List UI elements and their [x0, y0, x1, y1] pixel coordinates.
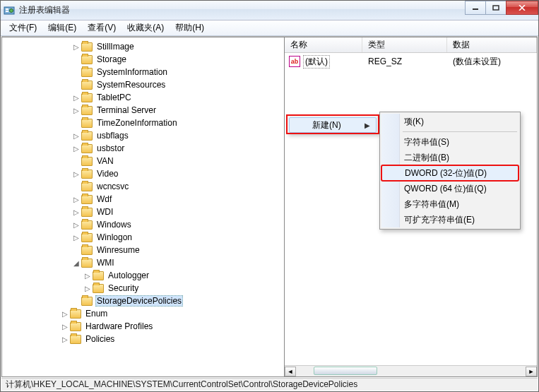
menu-view[interactable]: 查看(V) [82, 20, 122, 35]
tree-item[interactable]: ▷Hardware Profiles [4, 320, 284, 333]
tree-item[interactable]: StorageDevicePolicies [4, 295, 284, 307]
expander-placeholder [71, 80, 81, 90]
expand-icon[interactable]: ▷ [60, 334, 70, 344]
folder-icon [93, 284, 104, 293]
expand-icon[interactable]: ▷ [71, 220, 81, 230]
expand-icon[interactable]: ▷ [83, 271, 93, 280]
folder-icon [81, 246, 93, 255]
tree-item[interactable]: ▷Winlogon [4, 231, 284, 244]
minimize-button[interactable] [465, 1, 486, 15]
expand-icon[interactable]: ▷ [71, 169, 81, 179]
list-row[interactable]: ab (默认) REG_SZ (数值未设置) [286, 54, 535, 69]
svg-rect-1 [6, 8, 8, 10]
menu-help[interactable]: 帮助(H) [170, 20, 210, 35]
tree-item-label: TabletPC [95, 93, 133, 102]
menu-item-expand[interactable]: 可扩充字符串值(E) [381, 212, 519, 227]
menu-bar: 文件(F) 编辑(E) 查看(V) 收藏夹(A) 帮助(H) [1, 20, 538, 36]
tree-item[interactable]: ▷Security [4, 282, 284, 295]
menu-item-qword[interactable]: QWORD (64 位)值(Q) [381, 181, 519, 196]
menu-item-label: 项(K) [404, 116, 424, 128]
maximize-button[interactable] [485, 1, 507, 15]
folder-icon [81, 182, 93, 191]
tree-item[interactable]: ▷StillImage [4, 40, 284, 53]
tree-item[interactable]: TimeZoneInformation [4, 117, 284, 129]
tree-item[interactable]: ▷usbstor [4, 142, 284, 155]
menu-edit[interactable]: 编辑(E) [42, 20, 82, 35]
expander-placeholder [71, 156, 81, 166]
tree-item[interactable]: ▷Windows [4, 218, 284, 231]
scroll-thumb[interactable] [314, 367, 377, 375]
tree-item-label: TimeZoneInformation [95, 118, 179, 128]
tree-item-label: VAN [95, 156, 115, 166]
scroll-track[interactable] [296, 367, 526, 376]
menu-item-key[interactable]: 项(K) [381, 114, 519, 129]
tree-item[interactable]: ▷Wdf [4, 193, 284, 206]
expand-icon[interactable]: ▷ [60, 309, 70, 319]
expand-icon[interactable]: ▷ [71, 207, 81, 217]
folder-icon [81, 42, 93, 52]
value-name: (默认) [303, 55, 330, 69]
menu-item-string[interactable]: 字符串值(S) [381, 134, 519, 150]
tree-item[interactable]: ▷Autologger [4, 269, 284, 282]
tree-item-label: Wdf [95, 194, 113, 204]
col-data[interactable]: 数据 [447, 37, 537, 52]
tree-item[interactable]: ▷Enum [4, 307, 284, 320]
tree-item[interactable]: ▷Video [4, 167, 284, 180]
expand-icon[interactable]: ▷ [83, 283, 93, 293]
tree-item-label: Terminal Server [95, 105, 158, 115]
expand-icon[interactable]: ▷ [71, 131, 81, 141]
tree-pane: ▷StillImageStorageSystemInformationSyste… [1, 37, 284, 377]
menu-item-multi[interactable]: 多字符串值(M) [381, 196, 519, 212]
folder-icon [81, 68, 93, 77]
tree-item[interactable]: ▷Policies [4, 333, 284, 345]
col-name[interactable]: 名称 [285, 37, 362, 52]
tree-item[interactable]: SystemInformation [4, 66, 284, 78]
expand-icon[interactable]: ▷ [71, 143, 81, 153]
tree-item[interactable]: ▷Terminal Server [4, 104, 284, 117]
expand-icon[interactable]: ▷ [60, 321, 70, 331]
menu-favorites[interactable]: 收藏夹(A) [122, 20, 170, 35]
expander-placeholder [71, 118, 81, 128]
menu-item-label: QWORD (64 位)值(Q) [404, 183, 487, 195]
tree-item-label: Storage [95, 54, 128, 64]
tree-item[interactable]: VAN [4, 155, 284, 167]
context-submenu-new[interactable]: 项(K)字符串值(S)二进制值(B)DWORD (32-位)值(D)QWORD … [379, 112, 521, 230]
tree-item[interactable]: ▷WDI [4, 206, 284, 218]
menu-file[interactable]: 文件(F) [4, 20, 42, 35]
menu-item-binary[interactable]: 二进制值(B) [381, 150, 519, 165]
regedit-icon [4, 5, 15, 16]
tree-item[interactable]: ◢WMI [4, 256, 284, 269]
folder-icon [81, 157, 93, 166]
menu-item-label: 新建(N) [312, 119, 341, 131]
tree-item[interactable]: ▷TabletPC [4, 91, 284, 104]
collapse-icon[interactable]: ◢ [71, 258, 81, 268]
tree-item[interactable]: Winresume [4, 244, 284, 256]
scroll-left-button[interactable]: ◄ [285, 367, 296, 376]
scroll-right-button[interactable]: ► [526, 367, 537, 376]
expander-placeholder [71, 67, 81, 77]
expand-icon[interactable]: ▷ [71, 42, 81, 52]
horizontal-scrollbar[interactable]: ◄ ► [285, 365, 537, 376]
expand-icon[interactable]: ▷ [71, 93, 81, 102]
tree-item-label: usbstor [95, 143, 126, 153]
tree-item[interactable]: Storage [4, 53, 284, 66]
expand-icon[interactable]: ▷ [71, 194, 81, 204]
registry-tree[interactable]: ▷StillImageStorageSystemInformationSyste… [2, 37, 284, 348]
values-list[interactable]: ab (默认) REG_SZ (数值未设置) [285, 53, 537, 70]
tree-item[interactable]: ▷usbflags [4, 129, 284, 142]
tree-item-label: Winresume [95, 245, 141, 255]
tree-item[interactable]: wcncsvc [4, 180, 284, 193]
context-menu-new[interactable]: 新建(N) ▶ [287, 115, 379, 133]
tree-item[interactable]: SystemResources [4, 78, 284, 91]
expand-icon[interactable]: ▷ [71, 232, 81, 242]
menu-item-label: 可扩充字符串值(E) [404, 214, 475, 226]
col-type[interactable]: 类型 [362, 37, 447, 52]
menu-separator [403, 131, 517, 132]
tree-item-label: Autologger [107, 271, 150, 280]
menu-item-new[interactable]: 新建(N) ▶ [289, 117, 377, 133]
menu-item-dword[interactable]: DWORD (32-位)值(D) [381, 165, 519, 181]
string-value-icon: ab [289, 56, 300, 67]
close-button[interactable] [506, 1, 538, 15]
menu-item-label: DWORD (32-位)值(D) [405, 167, 487, 179]
expand-icon[interactable]: ▷ [71, 105, 81, 115]
